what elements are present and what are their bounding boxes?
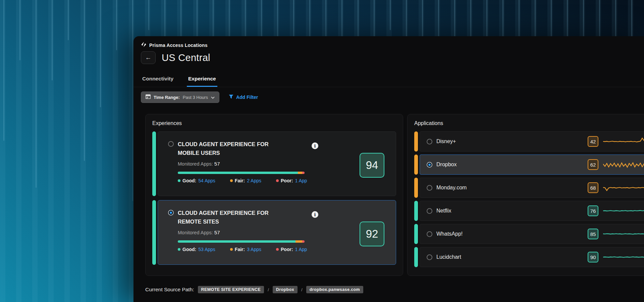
source-path-label: Current Source Path:: [145, 287, 194, 293]
poor-count-link[interactable]: 1 App: [295, 178, 307, 183]
tab-bar: Connectivity Experience: [133, 72, 644, 87]
monitored-apps: Monitored Apps:57: [178, 230, 318, 235]
current-source-path: Current Source Path: REMOTE SITE EXPERIE…: [145, 286, 644, 293]
fair-dot-icon: [230, 179, 233, 182]
window-header: Prisma Access Locations ← US Central: [133, 36, 644, 64]
back-arrow-icon: ←: [145, 54, 152, 61]
row-accent-bar: [414, 131, 418, 152]
app-row-dropbox: Dropbox 62: [414, 155, 644, 175]
app-row-card[interactable]: WhatsApp! 85: [420, 224, 644, 244]
applications-title: Applications: [414, 120, 644, 126]
legend-good: Good:54 Apps: [178, 178, 215, 183]
palo-alto-logo-icon: [141, 42, 147, 49]
app-radio[interactable]: [427, 208, 432, 214]
monitored-apps-count: 57: [214, 230, 220, 235]
good-count-link[interactable]: 53 Apps: [198, 247, 215, 252]
experience-radio[interactable]: [168, 141, 174, 147]
bar-segment-poor: [302, 172, 305, 174]
row-accent-bar: [414, 224, 418, 244]
experience-card-main: CLOUD AGENT EXPERIENCE FOR MOBILE USERS …: [168, 140, 318, 190]
time-range-label: Time Range:: [154, 95, 180, 100]
good-count-link[interactable]: 54 Apps: [198, 178, 215, 183]
app-row-card[interactable]: Monday.com 68: [420, 178, 644, 198]
page-title: US Central: [162, 52, 210, 63]
row-accent-bar: [414, 201, 418, 221]
app-health-bar: [178, 240, 305, 243]
experiences-title: Experiences: [152, 120, 396, 126]
bar-segment-good: [178, 172, 298, 174]
row-accent-bar: [414, 155, 418, 175]
app-radio[interactable]: [427, 231, 432, 237]
fair-count-link[interactable]: 3 Apps: [247, 247, 261, 252]
app-health-bar: [178, 172, 305, 174]
app-window: Prisma Access Locations ← US Central Con…: [133, 36, 644, 302]
app-name: Lucidchart: [436, 254, 461, 260]
app-row-netflix: Netflix 76: [414, 201, 644, 221]
app-row-monday: Monday.com 68: [414, 178, 644, 198]
app-score-badge: 90: [588, 252, 598, 262]
bar-segment-fair: [298, 172, 302, 174]
app-row-card[interactable]: Disney+ 42: [420, 131, 644, 152]
experience-card[interactable]: CLOUD AGENT EXPERIENCE FOR REMOTE SITES …: [158, 200, 396, 265]
card-accent-bar: [152, 131, 156, 196]
health-legend: Good:53 Apps Fair:3 Apps Poor:1 App: [178, 247, 318, 252]
experience-card-main: CLOUD AGENT EXPERIENCE FOR REMOTE SITES …: [168, 208, 318, 259]
legend-poor: Poor:1 App: [276, 247, 307, 252]
brand-row: Prisma Access Locations: [141, 42, 644, 49]
tab-experience[interactable]: Experience: [187, 72, 217, 87]
time-range-value: Past 3 Hours: [183, 95, 208, 100]
app-row-card[interactable]: Lucidchart 90: [420, 247, 644, 267]
experience-card-remote-sites: CLOUD AGENT EXPERIENCE FOR REMOTE SITES …: [152, 200, 396, 265]
poor-dot-icon: [276, 179, 279, 182]
content-area: Experiences CLOUD AGENT EXPERIENCE FOR M…: [145, 114, 644, 276]
app-name: Dropbox: [436, 162, 457, 168]
card-accent-bar: [152, 200, 156, 265]
app-sparkline: [603, 228, 644, 240]
app-sparkline: [603, 251, 644, 263]
app-row-card[interactable]: Netflix 76: [420, 201, 644, 221]
experience-score: 92: [360, 222, 384, 246]
health-legend: Good:54 Apps Fair:2 Apps Poor:1 App: [178, 178, 318, 183]
app-name: Netflix: [436, 208, 451, 214]
app-sparkline: [603, 159, 644, 171]
fair-count-link[interactable]: 2 Apps: [247, 178, 261, 183]
add-filter-button[interactable]: Add Filter: [229, 95, 258, 100]
app-row-card[interactable]: Dropbox 62: [420, 155, 644, 175]
monitored-apps-count: 57: [214, 161, 220, 167]
monitored-apps: Monitored Apps:57: [178, 161, 318, 167]
info-icon[interactable]: i: [312, 211, 318, 218]
app-sparkline: [603, 182, 644, 194]
tab-connectivity[interactable]: Connectivity: [141, 72, 175, 87]
app-score-badge: 85: [588, 229, 598, 239]
back-button[interactable]: ←: [141, 51, 156, 64]
row-accent-bar: [414, 247, 418, 267]
bar-segment-fair: [296, 240, 302, 243]
app-radio[interactable]: [427, 162, 432, 168]
app-sparkline: [603, 135, 644, 147]
good-dot-icon: [178, 179, 180, 182]
poor-count-link[interactable]: 1 App: [295, 247, 307, 252]
chevron-down-icon: [211, 94, 215, 100]
app-radio[interactable]: [427, 254, 432, 260]
experience-radio[interactable]: [168, 210, 174, 216]
source-path-segment-app: Dropbox: [273, 286, 298, 293]
bar-segment-poor: [302, 240, 305, 243]
fair-dot-icon: [230, 248, 233, 251]
app-score-badge: 76: [588, 205, 598, 216]
row-accent-bar: [414, 178, 418, 198]
app-name: WhatsApp!: [436, 231, 463, 237]
source-path-segment-experience: REMOTE SITE EXPERIENCE: [198, 286, 264, 293]
bar-segment-good: [178, 240, 296, 243]
experience-card[interactable]: CLOUD AGENT EXPERIENCE FOR MOBILE USERS …: [158, 131, 396, 196]
time-range-dropdown[interactable]: Time Range: Past 3 Hours: [141, 92, 219, 103]
experience-card-title: CLOUD AGENT EXPERIENCE FOR MOBILE USERS: [178, 140, 288, 158]
info-icon[interactable]: i: [312, 142, 318, 149]
experience-score: 94: [360, 153, 384, 178]
app-score-badge: 62: [588, 159, 598, 170]
poor-dot-icon: [276, 248, 279, 251]
app-radio[interactable]: [427, 139, 432, 144]
app-row-disney: Disney+ 42: [414, 131, 644, 152]
app-radio[interactable]: [427, 185, 432, 191]
legend-good: Good:53 Apps: [178, 247, 215, 252]
experience-card-title: CLOUD AGENT EXPERIENCE FOR REMOTE SITES: [178, 208, 288, 226]
